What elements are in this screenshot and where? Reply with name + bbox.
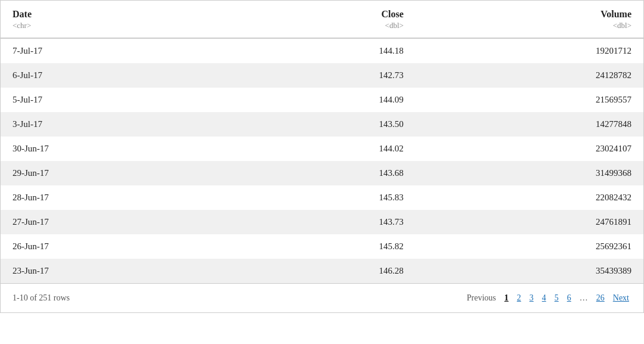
table-row: 28-Jun-17145.8322082432 [1, 185, 643, 210]
data-table: Date <chr> Close <dbl> Volume <dbl> 7-Ju… [0, 0, 644, 313]
column-header-volume: Volume <dbl> [416, 1, 643, 38]
table-row: 6-Jul-17142.7324128782 [1, 63, 643, 88]
table-row: 7-Jul-17144.1819201712 [1, 38, 643, 63]
cell-date: 30-Jun-17 [1, 137, 230, 161]
page-6[interactable]: 6 [565, 292, 574, 304]
cell-close: 143.68 [230, 161, 416, 185]
ellipsis: … [577, 292, 590, 304]
table-row: 27-Jun-17143.7324761891 [1, 210, 643, 234]
cell-date: 3-Jul-17 [1, 112, 230, 137]
cell-date: 7-Jul-17 [1, 38, 230, 63]
cell-date: 6-Jul-17 [1, 63, 230, 88]
cell-volume: 31499368 [416, 161, 643, 185]
cell-volume: 23024107 [416, 137, 643, 161]
cell-close: 145.83 [230, 185, 416, 210]
cell-close: 144.09 [230, 88, 416, 112]
cell-date: 23-Jun-17 [1, 259, 230, 283]
table-footer: 1-10 of 251 rows Previous 1 2 3 4 5 6 … … [1, 283, 643, 312]
table-row: 5-Jul-17144.0921569557 [1, 88, 643, 112]
cell-volume: 19201712 [416, 38, 643, 63]
cell-volume: 24128782 [416, 63, 643, 88]
table-row: 23-Jun-17146.2835439389 [1, 259, 643, 283]
cell-close: 145.82 [230, 234, 416, 259]
table-row: 26-Jun-17145.8225692361 [1, 234, 643, 259]
cell-volume: 21569557 [416, 88, 643, 112]
page-3[interactable]: 3 [527, 292, 536, 304]
column-subtype-close: <dbl> [242, 21, 404, 30]
column-header-close: Close <dbl> [230, 1, 416, 38]
cell-close: 143.50 [230, 112, 416, 137]
page-2[interactable]: 2 [515, 292, 524, 304]
cell-close: 142.73 [230, 63, 416, 88]
column-label-close: Close [382, 9, 404, 19]
cell-date: 28-Jun-17 [1, 185, 230, 210]
cell-volume: 25692361 [416, 234, 643, 259]
table-row: 3-Jul-17143.5014277848 [1, 112, 643, 137]
table-row: 30-Jun-17144.0223024107 [1, 137, 643, 161]
cell-close: 144.02 [230, 137, 416, 161]
column-label-date: Date [13, 9, 32, 19]
pagination: Previous 1 2 3 4 5 6 … 26 Next [465, 292, 631, 304]
cell-close: 146.28 [230, 259, 416, 283]
column-label-volume: Volume [600, 9, 631, 19]
cell-volume: 35439389 [416, 259, 643, 283]
table-row: 29-Jun-17143.6831499368 [1, 161, 643, 185]
column-header-date: Date <chr> [1, 1, 230, 38]
row-summary: 1-10 of 251 rows [13, 293, 70, 303]
column-subtype-date: <chr> [13, 21, 218, 30]
cell-close: 143.73 [230, 210, 416, 234]
page-5[interactable]: 5 [552, 292, 561, 304]
prev-button[interactable]: Previous [465, 292, 499, 304]
cell-date: 27-Jun-17 [1, 210, 230, 234]
page-1[interactable]: 1 [502, 292, 511, 304]
cell-close: 144.18 [230, 38, 416, 63]
cell-volume: 14277848 [416, 112, 643, 137]
next-button[interactable]: Next [611, 292, 631, 304]
cell-volume: 22082432 [416, 185, 643, 210]
cell-date: 5-Jul-17 [1, 88, 230, 112]
page-4[interactable]: 4 [540, 292, 549, 304]
cell-date: 26-Jun-17 [1, 234, 230, 259]
cell-date: 29-Jun-17 [1, 161, 230, 185]
cell-volume: 24761891 [416, 210, 643, 234]
page-last[interactable]: 26 [594, 292, 607, 304]
column-subtype-volume: <dbl> [428, 21, 631, 30]
